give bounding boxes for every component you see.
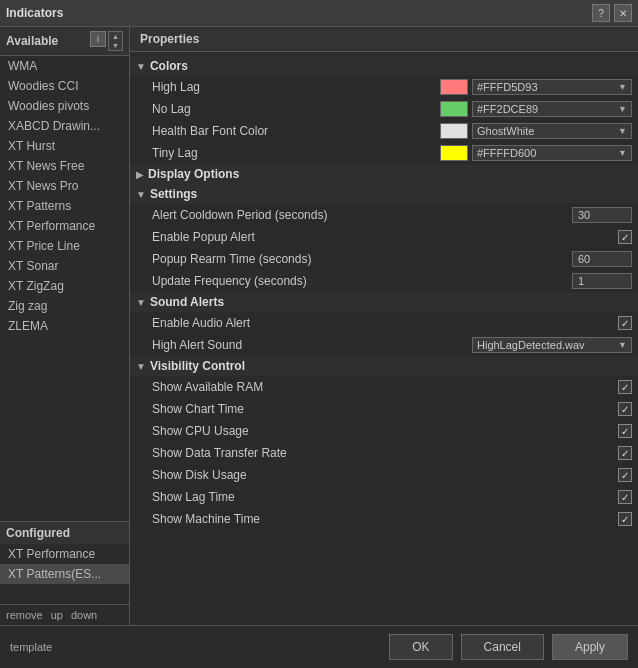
show-chart-time-checkbox[interactable] [618, 402, 632, 416]
show-machine-value [618, 512, 632, 526]
list-item[interactable]: ZLEMA [0, 316, 129, 336]
help-button[interactable]: ? [592, 4, 610, 22]
high-lag-dropdown[interactable]: #FFFD5D93 ▼ [472, 79, 632, 95]
enable-popup-checkbox[interactable] [618, 230, 632, 244]
health-bar-font-dropdown[interactable]: GhostWhite ▼ [472, 123, 632, 139]
list-item[interactable]: Woodies pivots [0, 96, 129, 116]
bottom-actions: remove up down [0, 604, 129, 625]
list-item[interactable]: WMA [0, 56, 129, 76]
health-bar-font-row: Health Bar Font Color GhostWhite ▼ [130, 120, 638, 142]
no-lag-dropdown-arrow: ▼ [618, 104, 627, 114]
configured-header: Configured [0, 522, 129, 544]
tiny-lag-dropdown[interactable]: #FFFFD600 ▼ [472, 145, 632, 161]
update-freq-value [572, 273, 632, 289]
list-item[interactable]: Woodies CCI [0, 76, 129, 96]
colors-arrow: ▼ [136, 61, 146, 72]
tiny-lag-row: Tiny Lag #FFFFD600 ▼ [130, 142, 638, 164]
configured-item[interactable]: XT Patterns(ES... [0, 564, 129, 584]
spin-up-arrow[interactable]: ▲ [109, 32, 122, 41]
list-item[interactable]: XABCD Drawin... [0, 116, 129, 136]
list-item[interactable]: XT Sonar [0, 256, 129, 276]
popup-rearm-row: Popup Rearm Time (seconds) [130, 248, 638, 270]
display-options-label: Display Options [148, 167, 239, 181]
list-item[interactable]: XT News Free [0, 156, 129, 176]
list-item[interactable]: Zig zag [0, 296, 129, 316]
no-lag-swatch[interactable] [440, 101, 468, 117]
show-cpu-row: Show CPU Usage [130, 420, 638, 442]
health-bar-font-label: Health Bar Font Color [152, 124, 440, 138]
alert-cooldown-value [572, 207, 632, 223]
list-item[interactable]: XT News Pro [0, 176, 129, 196]
settings-arrow: ▼ [136, 189, 146, 200]
spin-down-arrow[interactable]: ▼ [109, 41, 122, 50]
no-lag-value: #FF2DCE89 ▼ [440, 101, 632, 117]
high-alert-sound-dropdown[interactable]: HighLagDetected.wav ▼ [472, 337, 632, 353]
apply-button[interactable]: Apply [552, 634, 628, 660]
update-freq-input[interactable] [572, 273, 632, 289]
show-cpu-checkbox[interactable] [618, 424, 632, 438]
show-lag-value [618, 490, 632, 504]
show-disk-value [618, 468, 632, 482]
health-bar-font-value: GhostWhite ▼ [440, 123, 632, 139]
configured-item[interactable]: XT Performance [0, 544, 129, 564]
list-item[interactable]: XT Patterns [0, 196, 129, 216]
list-item[interactable]: XT Price Line [0, 236, 129, 256]
down-link[interactable]: down [71, 609, 97, 621]
sound-alerts-arrow: ▼ [136, 297, 146, 308]
close-button[interactable]: ✕ [614, 4, 632, 22]
sound-alerts-section-header[interactable]: ▼ Sound Alerts [130, 292, 638, 312]
display-options-section-header[interactable]: ▶ Display Options [130, 164, 638, 184]
ok-button[interactable]: OK [389, 634, 452, 660]
enable-audio-label: Enable Audio Alert [152, 316, 618, 330]
settings-label: Settings [150, 187, 197, 201]
info-icon[interactable]: i [90, 31, 106, 47]
tiny-lag-value: #FFFFD600 ▼ [440, 145, 632, 161]
no-lag-dropdown[interactable]: #FF2DCE89 ▼ [472, 101, 632, 117]
display-options-arrow: ▶ [136, 169, 144, 180]
show-lag-checkbox[interactable] [618, 490, 632, 504]
visibility-label: Visibility Control [150, 359, 245, 373]
title-bar: Indicators ? ✕ [0, 0, 638, 27]
properties-header: Properties [130, 27, 638, 52]
show-disk-checkbox[interactable] [618, 468, 632, 482]
show-cpu-value [618, 424, 632, 438]
show-cpu-label: Show CPU Usage [152, 424, 618, 438]
high-lag-swatch[interactable] [440, 79, 468, 95]
visibility-arrow: ▼ [136, 361, 146, 372]
cancel-button[interactable]: Cancel [461, 634, 544, 660]
tiny-lag-text: #FFFFD600 [477, 147, 536, 159]
list-item[interactable]: XT Performance [0, 216, 129, 236]
no-lag-label: No Lag [152, 102, 440, 116]
up-link[interactable]: up [51, 609, 63, 621]
show-data-transfer-checkbox[interactable] [618, 446, 632, 460]
available-controls: i ▲ ▼ [90, 31, 123, 51]
show-available-ram-checkbox[interactable] [618, 380, 632, 394]
template-link[interactable]: template [10, 641, 52, 653]
configured-section: Configured XT PerformanceXT Patterns(ES.… [0, 521, 129, 625]
high-alert-sound-arrow: ▼ [618, 340, 627, 350]
visibility-section-header[interactable]: ▼ Visibility Control [130, 356, 638, 376]
list-item[interactable]: XT Hurst [0, 136, 129, 156]
colors-label: Colors [150, 59, 188, 73]
tiny-lag-swatch[interactable] [440, 145, 468, 161]
window-title: Indicators [6, 6, 63, 20]
show-machine-checkbox[interactable] [618, 512, 632, 526]
available-spinner[interactable]: ▲ ▼ [108, 31, 123, 51]
show-chart-time-label: Show Chart Time [152, 402, 618, 416]
enable-popup-row: Enable Popup Alert [130, 226, 638, 248]
remove-link[interactable]: remove [6, 609, 43, 621]
show-disk-row: Show Disk Usage [130, 464, 638, 486]
high-lag-value: #FFFD5D93 ▼ [440, 79, 632, 95]
list-item[interactable]: XT ZigZag [0, 276, 129, 296]
sound-alerts-label: Sound Alerts [150, 295, 224, 309]
high-lag-dropdown-arrow: ▼ [618, 82, 627, 92]
colors-section-header[interactable]: ▼ Colors [130, 56, 638, 76]
health-bar-font-swatch[interactable] [440, 123, 468, 139]
title-bar-buttons: ? ✕ [592, 4, 632, 22]
show-data-transfer-row: Show Data Transfer Rate [130, 442, 638, 464]
enable-audio-checkbox[interactable] [618, 316, 632, 330]
show-chart-time-row: Show Chart Time [130, 398, 638, 420]
settings-section-header[interactable]: ▼ Settings [130, 184, 638, 204]
alert-cooldown-input[interactable] [572, 207, 632, 223]
popup-rearm-input[interactable] [572, 251, 632, 267]
